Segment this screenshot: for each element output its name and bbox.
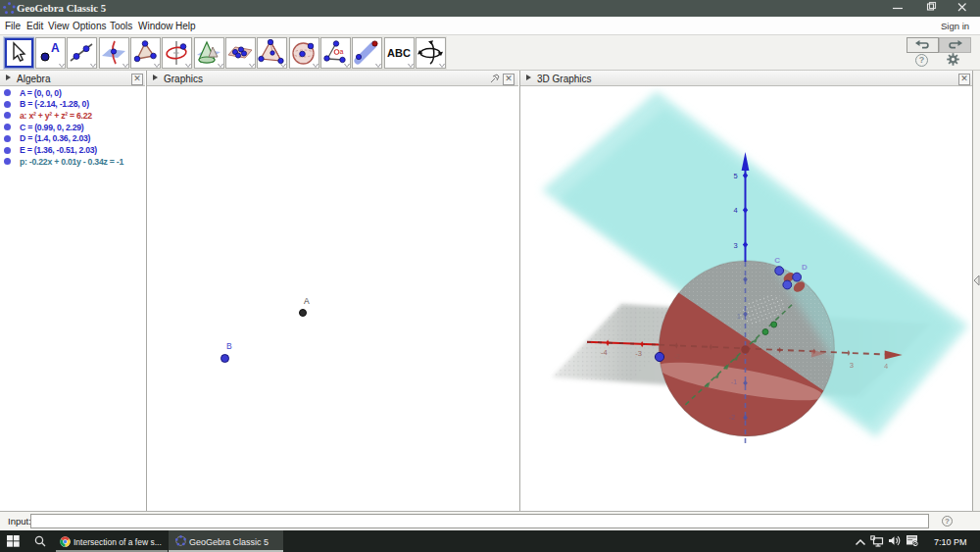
- svg-text:C: C: [774, 256, 780, 265]
- svg-text:-2: -2: [729, 414, 735, 421]
- svg-text:A: A: [51, 41, 60, 55]
- svg-text:5: 5: [734, 172, 738, 180]
- svg-text:-3: -3: [635, 349, 642, 358]
- svg-text:4: 4: [884, 362, 888, 371]
- svg-text:D: D: [802, 263, 808, 272]
- svg-text:1: 1: [737, 313, 741, 320]
- svg-text:3: 3: [850, 361, 854, 370]
- svg-text:4: 4: [734, 206, 738, 215]
- svg-text:-1: -1: [731, 378, 737, 385]
- svg-text:-4: -4: [601, 348, 608, 357]
- svg-text:ABC: ABC: [387, 47, 411, 59]
- svg-text:a: a: [340, 48, 344, 55]
- svg-text:-2: -2: [673, 352, 680, 361]
- svg-text:3: 3: [734, 241, 738, 250]
